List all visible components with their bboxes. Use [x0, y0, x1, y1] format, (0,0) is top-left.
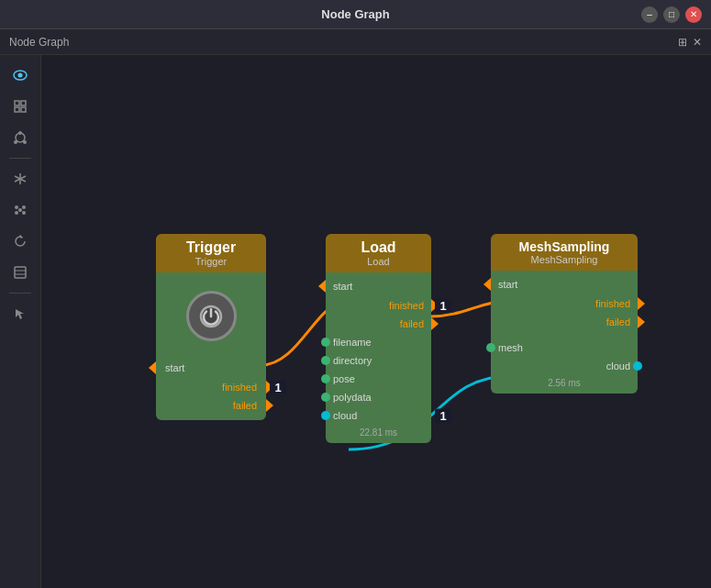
trigger-finished-label: finished — [222, 382, 257, 393]
node-canvas[interactable]: Trigger Trigger — [41, 55, 711, 588]
load-node-title: Load — [335, 239, 422, 256]
toolbar-divider-2 — [9, 293, 31, 294]
load-finished-port[interactable]: finished 1 — [326, 296, 431, 315]
minimize-button[interactable]: – — [641, 6, 658, 23]
mesh-failed-port[interactable]: failed — [491, 313, 638, 331]
mesh-failed-label: failed — [606, 316, 630, 327]
cursor-icon[interactable] — [7, 301, 33, 327]
trigger-failed-port[interactable]: failed — [156, 396, 266, 415]
svg-point-9 — [14, 140, 17, 144]
trigger-failed-label: failed — [233, 400, 257, 411]
window-controls: – □ ✕ — [641, 6, 702, 23]
load-pose-label: pose — [333, 373, 355, 384]
svg-point-14 — [22, 205, 26, 209]
refresh-icon[interactable] — [7, 228, 33, 254]
load-directory-port[interactable]: directory — [326, 351, 431, 370]
meshsampling-node[interactable]: MeshSampling MeshSampling start finished… — [491, 234, 638, 394]
load-node[interactable]: Load Load start finished 1 failed — [326, 234, 431, 443]
load-badge: 1 — [435, 299, 451, 313]
toolbar-divider — [9, 158, 31, 159]
sub-header-icons: ⊞ ✕ — [678, 36, 702, 49]
window-title: Node Graph — [321, 7, 389, 21]
close-button[interactable]: ✕ — [685, 6, 702, 23]
sub-header: Node Graph ⊞ ✕ — [0, 29, 711, 55]
expand-icon[interactable]: ⊞ — [678, 36, 687, 49]
canvas-area: Trigger Trigger — [0, 55, 711, 588]
mesh-cloud-label: cloud — [606, 361, 630, 372]
close-panel-icon[interactable]: ✕ — [693, 36, 702, 49]
trigger-start-port[interactable]: start — [156, 358, 266, 378]
svg-marker-21 — [16, 309, 24, 319]
load-start-port[interactable]: start — [326, 276, 431, 296]
mesh-finished-label: finished — [595, 298, 630, 309]
mesh-node-title: MeshSampling — [500, 239, 628, 254]
svg-point-13 — [15, 205, 18, 209]
eye-icon[interactable] — [7, 62, 33, 88]
trigger-start-label: start — [165, 362, 184, 373]
svg-point-17 — [18, 208, 22, 212]
load-start-label: start — [333, 281, 352, 292]
mesh-node-subtitle: MeshSampling — [500, 254, 628, 265]
asterisk-icon[interactable] — [7, 166, 33, 192]
mesh-finished-port[interactable]: finished — [491, 294, 638, 313]
power-button[interactable] — [186, 291, 237, 341]
load-node-subtitle: Load — [335, 256, 422, 267]
trigger-node-title: Trigger — [165, 239, 257, 256]
trigger-node[interactable]: Trigger Trigger — [156, 234, 266, 420]
svg-rect-18 — [15, 267, 26, 278]
mesh-start-label: start — [498, 279, 517, 290]
maximize-button[interactable]: □ — [663, 6, 680, 23]
load-finished-label: finished — [389, 300, 424, 311]
load-polydata-label: polydata — [333, 392, 372, 403]
load-directory-label: directory — [333, 355, 372, 366]
mesh-mesh-port[interactable]: mesh — [491, 338, 638, 357]
load-polydata-port[interactable]: polydata — [326, 388, 431, 406]
svg-rect-3 — [21, 101, 26, 105]
toolbar — [0, 55, 41, 588]
mesh-mesh-label: mesh — [498, 342, 523, 353]
svg-point-15 — [15, 211, 18, 215]
load-cloud-badge: 1 — [435, 409, 451, 423]
layers-icon[interactable] — [7, 260, 33, 285]
load-filename-label: filename — [333, 337, 372, 348]
load-timing: 22.81 ms — [326, 425, 431, 439]
svg-point-8 — [23, 140, 27, 144]
load-pose-port[interactable]: pose — [326, 370, 431, 388]
dots-icon[interactable] — [7, 197, 33, 223]
mesh-timing: 2.56 ms — [491, 375, 638, 390]
svg-point-7 — [18, 131, 22, 135]
svg-rect-5 — [21, 107, 26, 112]
trigger-finished-port[interactable]: finished 1 — [156, 378, 266, 396]
mesh-start-port[interactable]: start — [491, 274, 638, 294]
load-failed-port[interactable]: failed — [326, 315, 431, 333]
load-cloud-label: cloud — [333, 410, 357, 421]
load-failed-label: failed — [400, 318, 424, 329]
load-cloud-port[interactable]: cloud 1 — [326, 406, 431, 425]
sub-header-title: Node Graph — [9, 36, 69, 49]
mesh-cloud-port[interactable]: cloud — [491, 357, 638, 375]
grid-icon[interactable] — [7, 94, 33, 119]
node-icon[interactable] — [7, 125, 33, 150]
svg-point-16 — [22, 211, 26, 215]
svg-rect-4 — [15, 107, 19, 112]
svg-rect-2 — [15, 101, 19, 105]
title-bar: Node Graph – □ ✕ — [0, 0, 711, 29]
trigger-badge: 1 — [270, 381, 286, 394]
load-filename-port[interactable]: filename — [326, 333, 431, 351]
trigger-node-subtitle: Trigger — [165, 256, 257, 267]
svg-point-1 — [18, 73, 23, 78]
